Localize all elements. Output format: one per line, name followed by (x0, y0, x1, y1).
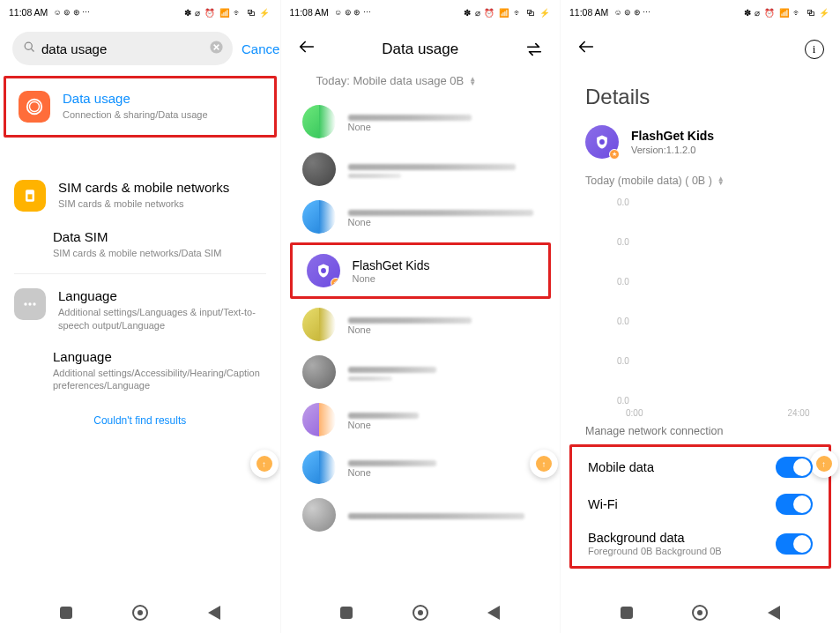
result-sim-cards[interactable]: SIM cards & mobile networks SIM cards & … (0, 171, 280, 220)
result-title: SIM cards & mobile networks (58, 180, 229, 196)
svg-point-0 (25, 42, 32, 49)
app-icon (302, 200, 336, 234)
result-title: Data usage (63, 91, 208, 107)
app-icon (302, 498, 336, 532)
sim-icon (14, 180, 46, 212)
toggle-label: Mobile data (588, 460, 654, 474)
svg-point-10 (599, 139, 605, 145)
svg-line-1 (31, 48, 33, 51)
svg-rect-5 (28, 194, 33, 199)
result-path: Additional settings/Accessibility/Hearin… (53, 367, 266, 392)
nav-home-icon[interactable] (692, 605, 708, 621)
app-row-blurred[interactable]: None (281, 301, 561, 348)
section-header: Manage network connection (561, 418, 840, 444)
status-bar: 11:08 AM☺ ⊚ ⊛ ⋯ ✽ ⌀ ⏰ 📶 ᯤ ⧉ ⚡ (561, 0, 840, 25)
toggle-switch[interactable] (776, 494, 813, 515)
toggle-switch[interactable] (776, 457, 813, 478)
result-data-sim[interactable]: Data SIM SIM cards & mobile networks/Dat… (0, 220, 280, 268)
chart-x-axis: 0:00 24:00 (626, 408, 810, 418)
sort-icon: ▲▼ (717, 176, 725, 185)
data-filter[interactable]: Today (mobile data) ( 0B ) ▲▼ (561, 169, 840, 192)
page-title: Details (561, 69, 840, 120)
search-icon (23, 41, 36, 57)
flashget-kids-icon: ★ (585, 125, 619, 159)
app-icon (302, 105, 336, 138)
result-data-usage-highlight: Data usage Connection & sharing/Data usa… (4, 76, 277, 138)
result-title: Data SIM (53, 229, 221, 245)
more-icon (14, 288, 46, 320)
toggle-switch[interactable] (776, 533, 813, 555)
toggle-sublabel: Foreground 0B Background 0B (588, 546, 722, 556)
nav-recents-icon[interactable] (60, 607, 72, 619)
app-row-blurred[interactable]: None (281, 443, 561, 491)
svg-point-6 (24, 303, 26, 306)
result-path: Additional settings/Languages & input/Te… (58, 306, 266, 331)
flashget-kids-icon: ★ (307, 254, 340, 287)
no-results-text: Couldn't find results (0, 414, 280, 427)
app-row-flashget[interactable]: ★ FlashGet Kids None (298, 249, 544, 293)
app-row-blurred[interactable] (281, 491, 561, 539)
app-header: ★ FlashGet Kids Version:1.1.2.0 (561, 120, 840, 169)
clear-icon[interactable] (209, 40, 224, 58)
cancel-button[interactable]: Cancel (242, 41, 280, 56)
chart-y-axis: 0.0 0.0 0.0 0.0 0.0 0.0 (617, 197, 629, 436)
app-version: Version:1.1.2.0 (631, 145, 714, 155)
app-icon (302, 308, 336, 341)
sort-icon: ▲▼ (469, 77, 476, 86)
app-icon (302, 451, 336, 484)
nav-home-icon[interactable] (413, 605, 428, 621)
page-title: Data usage (382, 41, 458, 58)
app-icon (302, 403, 336, 436)
floating-action-button[interactable]: ↑ (810, 450, 838, 478)
app-usage: None (353, 273, 430, 284)
app-row-blurred[interactable] (281, 145, 561, 193)
search-input[interactable] (41, 41, 209, 56)
result-language-2[interactable]: Language Additional settings/Accessibili… (0, 340, 280, 401)
app-icon (302, 153, 336, 186)
svg-point-8 (33, 303, 35, 306)
app-row-blurred[interactable]: None (281, 193, 561, 241)
today-usage-filter[interactable]: Today: Mobile data usage 0B ▲▼ (281, 69, 561, 98)
result-title: Language (53, 349, 266, 365)
search-input-container[interactable] (12, 32, 233, 65)
status-bar: 11:08 AM☺ ⊚ ⊛ ⋯ ✽ ⌀ ⏰ 📶 ᯤ ⧉ ⚡ (281, 0, 561, 25)
toggle-label: Background data (588, 531, 722, 545)
result-title: Language (58, 288, 266, 304)
app-row-blurred[interactable] (281, 348, 561, 396)
nav-bar (281, 598, 561, 628)
svg-point-9 (321, 268, 326, 273)
app-row-flashget-highlight: ★ FlashGet Kids None (290, 242, 552, 299)
toggle-mobile-data[interactable]: Mobile data (579, 449, 821, 486)
floating-action-button[interactable]: ↑ (250, 450, 279, 478)
nav-home-icon[interactable] (132, 605, 148, 621)
nav-recents-icon[interactable] (621, 607, 633, 619)
floating-action-button[interactable]: ↑ (530, 450, 558, 478)
nav-recents-icon[interactable] (340, 607, 353, 619)
info-icon[interactable]: i (805, 40, 824, 59)
nav-back-icon[interactable] (768, 606, 780, 620)
app-name: FlashGet Kids (353, 258, 430, 272)
toggle-background-data[interactable]: Background data Foreground 0B Background… (579, 523, 821, 564)
usage-chart: 0.0 0.0 0.0 0.0 0.0 0.0 0:00 24:00 (582, 197, 819, 418)
status-bar: 11:08 AM☺ ⊚ ⊛ ⋯ ✽ ⌀ ⏰ 📶 ᯤ ⧉ ⚡ (0, 0, 280, 25)
result-path: Connection & sharing/Data usage (63, 108, 208, 121)
toggles-highlight: Mobile data Wi-Fi Background data Foregr… (569, 444, 831, 569)
app-row-blurred[interactable]: None (281, 396, 561, 443)
back-icon[interactable] (576, 37, 596, 62)
data-usage-icon (19, 91, 50, 123)
svg-point-7 (28, 303, 31, 306)
result-language-1[interactable]: Language Additional settings/Languages &… (0, 279, 280, 340)
back-icon[interactable] (297, 37, 316, 62)
nav-bar (561, 598, 840, 628)
app-name: FlashGet Kids (631, 129, 714, 143)
app-row-blurred[interactable]: None (281, 98, 561, 145)
result-data-usage[interactable]: Data usage Connection & sharing/Data usa… (15, 86, 265, 128)
nav-bar (0, 598, 280, 628)
toggle-wifi[interactable]: Wi-Fi (579, 486, 821, 523)
toggle-label: Wi-Fi (588, 497, 618, 511)
nav-back-icon[interactable] (208, 606, 220, 620)
nav-back-icon[interactable] (487, 606, 500, 620)
swap-icon[interactable] (524, 40, 544, 59)
result-path: SIM cards & mobile networks (58, 197, 229, 210)
app-icon (302, 355, 336, 389)
